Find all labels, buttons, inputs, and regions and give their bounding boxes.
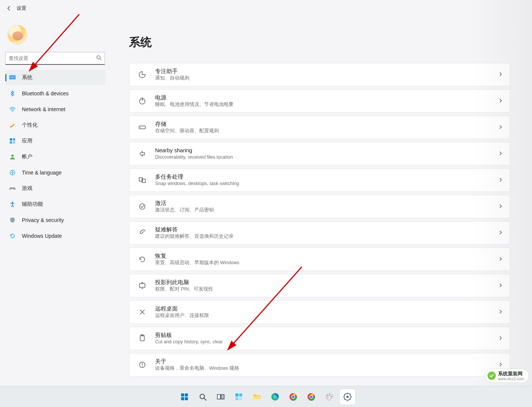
nav: 系统 Bluetooth & devices Network & interne… xyxy=(5,70,106,243)
sidebar-item-network[interactable]: Network & internet xyxy=(5,102,106,117)
clipboard-icon xyxy=(137,333,148,344)
taskbar xyxy=(0,386,532,407)
svg-point-0 xyxy=(97,55,100,59)
svg-point-44 xyxy=(292,395,295,398)
sidebar-item-gaming[interactable]: 游戏 xyxy=(5,181,106,196)
settings-card-nearby-sharing[interactable]: Nearby sharingDiscoverability, received … xyxy=(129,142,510,165)
search-icon xyxy=(96,55,101,62)
card-subtitle: Snap windows, desktops, task switching xyxy=(155,181,498,187)
svg-line-58 xyxy=(344,394,345,395)
sidebar-item-label: Privacy & security xyxy=(22,217,102,223)
settings-card-project-to-pc[interactable]: 投影到此电脑权限、配对 PIN、可发现性 xyxy=(129,274,510,297)
titlebar: 设置 xyxy=(0,0,532,17)
multitask-icon xyxy=(137,175,148,185)
sidebar-item-label: Time & language xyxy=(22,170,102,176)
sidebar-item-label: Windows Update xyxy=(22,233,102,239)
card-title: 关于 xyxy=(155,358,498,365)
card-title: 投影到此电脑 xyxy=(155,278,498,286)
gear-icon xyxy=(343,392,352,402)
settings-card-multitasking[interactable]: 多任务处理Snap windows, desktops, task switch… xyxy=(129,168,510,192)
taskbar-search[interactable] xyxy=(195,389,211,405)
sidebar-item-accessibility[interactable]: 辅助功能 xyxy=(5,197,106,212)
sidebar-item-label: 游戏 xyxy=(22,185,102,192)
apps-icon xyxy=(8,137,17,145)
taskbar-chrome-1[interactable] xyxy=(285,389,301,405)
magnifier-icon xyxy=(198,392,208,402)
card-subtitle: 激活状态、订阅、产品密钥 xyxy=(155,207,498,214)
settings-card-remote-desktop[interactable]: 远程桌面远程桌面用户、连接权限 xyxy=(129,300,510,324)
checkmark-circle-icon xyxy=(137,201,148,212)
svg-line-1 xyxy=(100,58,101,60)
power-icon xyxy=(137,96,148,106)
svg-point-50 xyxy=(331,396,332,397)
svg-rect-5 xyxy=(10,138,12,141)
sidebar-item-privacy[interactable]: Privacy & security xyxy=(5,213,106,228)
svg-point-24 xyxy=(142,366,143,367)
taskbar-explorer[interactable] xyxy=(249,389,265,405)
watermark-text: 系统重装网 xyxy=(498,371,523,376)
taskbar-chrome-2[interactable] xyxy=(303,389,319,405)
sidebar-item-apps[interactable]: 应用 xyxy=(5,133,106,148)
search-box[interactable] xyxy=(5,52,105,65)
checkmark-icon xyxy=(487,372,496,380)
storage-icon xyxy=(137,122,148,133)
settings-card-clipboard[interactable]: 剪贴板Cut and copy history, sync, clear xyxy=(129,327,510,350)
svg-point-47 xyxy=(310,395,313,398)
settings-card-activation[interactable]: 激活激活状态、订阅、产品密钥 xyxy=(129,195,510,218)
svg-rect-35 xyxy=(235,393,238,396)
person-icon xyxy=(8,153,17,161)
watermark: 系统重装网 www.xtcz2.com xyxy=(485,369,529,383)
svg-point-48 xyxy=(327,395,328,396)
svg-rect-37 xyxy=(235,397,238,400)
settings-card-storage[interactable]: 存储存储空间、驱动器、配置规则 xyxy=(129,116,510,139)
card-title: Nearby sharing xyxy=(155,147,498,154)
card-subtitle: 建议的疑难解答、首选项和历史记录 xyxy=(155,233,498,240)
svg-rect-36 xyxy=(239,393,242,396)
chevron-right-icon xyxy=(498,124,503,131)
back-button[interactable] xyxy=(4,3,14,14)
settings-card-troubleshoot[interactable]: 疑难解答建议的疑难解答、首选项和历史记录 xyxy=(129,221,510,245)
taskbar-settings[interactable] xyxy=(340,389,355,405)
chevron-right-icon xyxy=(498,335,503,342)
sidebar-item-system[interactable]: 系统 xyxy=(5,70,106,85)
svg-point-49 xyxy=(329,394,330,395)
settings-card-focus-assist[interactable]: 专注助手通知、自动规则 xyxy=(129,63,510,86)
chevron-right-icon xyxy=(498,282,503,289)
chevron-right-icon xyxy=(498,230,503,236)
sidebar-item-label: 应用 xyxy=(22,138,102,144)
taskbar-start[interactable] xyxy=(177,389,192,405)
sidebar-item-time-language[interactable]: Time & language xyxy=(5,165,106,180)
card-subtitle: 重置、高级启动、早期版本的 Windows xyxy=(155,260,498,266)
sidebar-item-personalization[interactable]: 个性化 xyxy=(5,118,106,133)
taskbar-taskview[interactable] xyxy=(213,389,229,405)
avatar[interactable] xyxy=(8,25,27,44)
card-subtitle: 睡眠、电池使用情况、节省电池电量 xyxy=(155,101,498,108)
svg-point-11 xyxy=(12,202,13,203)
sidebar-item-label: 帐户 xyxy=(22,153,102,160)
share-icon xyxy=(137,148,148,159)
globe-clock-icon xyxy=(8,168,17,177)
recovery-icon xyxy=(137,254,148,265)
chevron-right-icon xyxy=(498,203,503,210)
chrome-icon xyxy=(306,392,316,402)
taskbar-widgets[interactable] xyxy=(231,389,247,405)
chevron-right-icon xyxy=(498,256,503,263)
wrench-icon xyxy=(137,228,148,238)
chevron-right-icon xyxy=(498,98,503,104)
card-title: 剪贴板 xyxy=(155,331,498,339)
watermark-url: www.xtcz2.com xyxy=(498,377,524,381)
settings-card-power[interactable]: 电源睡眠、电池使用情况、节省电池电量 xyxy=(129,89,510,113)
taskbar-paint[interactable] xyxy=(321,389,337,405)
svg-point-4 xyxy=(12,111,13,112)
sidebar-item-bluetooth[interactable]: Bluetooth & devices xyxy=(5,86,106,101)
settings-card-recovery[interactable]: 恢复重置、高级启动、早期版本的 Windows xyxy=(129,248,510,271)
wifi-icon xyxy=(8,105,17,113)
sidebar-item-label: 个性化 xyxy=(22,122,102,129)
card-title: 存储 xyxy=(155,120,498,128)
search-input[interactable] xyxy=(9,55,96,61)
settings-card-about[interactable]: 关于设备规格，重命名电脑、Windows 规格 xyxy=(129,353,510,376)
taskbar-edge[interactable] xyxy=(267,389,283,405)
svg-line-32 xyxy=(204,398,206,400)
sidebar-item-windows-update[interactable]: Windows Update xyxy=(5,228,106,243)
sidebar-item-accounts[interactable]: 帐户 xyxy=(5,149,106,164)
